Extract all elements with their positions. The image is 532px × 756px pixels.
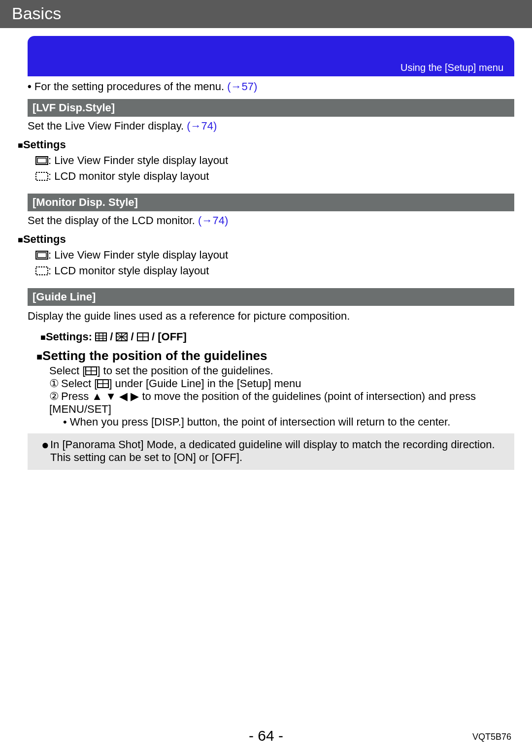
- lcd-style-icon: [35, 172, 48, 181]
- svg-rect-2: [36, 172, 48, 180]
- section-guide-header: [Guide Line]: [28, 288, 514, 306]
- arrow-right-icon: ▶: [131, 390, 139, 403]
- svg-rect-1: [37, 158, 46, 163]
- guide-desc: Display the guide lines used as a refere…: [0, 306, 532, 323]
- guide-step-2: ②Press ▲ ▼ ◀ ▶ to move the position of t…: [49, 390, 514, 416]
- grid-diagonal-icon: [116, 332, 128, 341]
- panorama-note-box: ● In [Panorama Shot] Mode, a dedicated g…: [28, 433, 514, 470]
- guide-position-heading: ■Setting the position of the guidelines: [0, 348, 532, 363]
- grid-cross-icon: [97, 379, 109, 388]
- section-banner: Using the [Setup] menu: [28, 36, 514, 76]
- banner-subtitle: Using the [Setup] menu: [400, 62, 503, 73]
- bullet-circle-icon: ●: [41, 438, 50, 451]
- monitor-option-2: : LCD monitor style display layout: [0, 262, 532, 277]
- arrow-left-icon: ◀: [119, 390, 128, 403]
- intro-line: • For the setting procedures of the menu…: [0, 76, 532, 94]
- document-id: VQT5B76: [472, 732, 511, 742]
- svg-rect-6: [96, 333, 106, 341]
- monitor-option-1: : Live View Finder style display layout: [0, 246, 532, 262]
- grid-cross-icon: [137, 332, 149, 341]
- chapter-header: Basics: [0, 0, 532, 28]
- guide-select-line: Select [] to set the position of the gui…: [49, 364, 514, 377]
- arrow-up-icon: ▲: [92, 390, 102, 403]
- page-footer: - 64 - VQT5B76: [0, 727, 532, 744]
- lvf-desc: Set the Live View Finder display. (→74): [0, 117, 532, 132]
- monitor-settings-heading: ■Settings: [0, 230, 532, 246]
- grid-cross-icon: [85, 366, 97, 375]
- viewfinder-style-icon: [35, 156, 48, 165]
- section-lvf-header: [LVF Disp.Style]: [28, 99, 514, 117]
- link-74b[interactable]: (→74): [198, 214, 228, 227]
- section-monitor-header: [Monitor Disp. Style]: [28, 194, 514, 211]
- guide-steps: Select [] to set the position of the gui…: [0, 363, 532, 428]
- svg-rect-4: [37, 253, 46, 258]
- link-74a[interactable]: (→74): [187, 120, 217, 132]
- guide-step-1: ①Select [] under [Guide Line] in the [Se…: [49, 377, 514, 390]
- lvf-option-1: : Live View Finder style display layout: [0, 151, 532, 167]
- panorama-line-2: This setting can be set to [ON] or [OFF]…: [41, 451, 507, 464]
- bullet-dot: •: [28, 80, 34, 93]
- viewfinder-style-icon: [35, 251, 48, 260]
- chapter-title: Basics: [12, 4, 61, 23]
- arrow-down-icon: ▼: [105, 390, 116, 403]
- monitor-desc: Set the display of the LCD monitor. (→74…: [0, 211, 532, 227]
- guide-note: • When you press [DISP.] button, the poi…: [49, 416, 514, 428]
- intro-text: For the setting procedures of the menu.: [34, 80, 227, 93]
- link-57[interactable]: (→57): [227, 80, 257, 93]
- guide-settings-row: ■ Settings: / / / [OFF]: [0, 328, 532, 343]
- lvf-settings-heading: ■Settings: [0, 135, 532, 151]
- lcd-style-icon: [35, 266, 48, 275]
- lvf-option-2: : LCD monitor style display layout: [0, 167, 532, 183]
- svg-rect-5: [36, 267, 48, 275]
- grid-3x3-icon: [95, 332, 107, 341]
- page-number: - 64 -: [249, 727, 283, 744]
- panorama-line-1: In [Panorama Shot] Mode, a dedicated gui…: [50, 438, 507, 451]
